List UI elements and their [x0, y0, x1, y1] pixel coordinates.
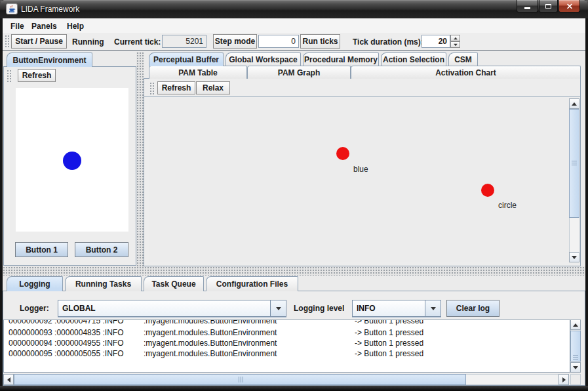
spinner-up-icon — [454, 37, 458, 39]
vertical-splitter[interactable] — [136, 52, 144, 266]
environment-blue-circle — [63, 152, 81, 170]
tab-pam-graph[interactable]: PAM Graph — [247, 66, 351, 79]
toolbar-drag-handle-icon[interactable] — [5, 35, 10, 49]
button-2[interactable]: Button 2 — [75, 242, 128, 257]
tick-duration-label: Tick duration (ms): — [353, 37, 423, 47]
horizontal-splitter[interactable] — [3, 266, 585, 276]
scroll-down-icon — [572, 256, 577, 259]
node-blue-circle — [336, 147, 349, 160]
menu-bar: File Panels Help — [3, 18, 585, 33]
level-combo-arrow[interactable] — [425, 300, 441, 316]
java-cup-icon — [6, 3, 18, 14]
node-circle-label: circle — [498, 201, 517, 210]
scroll-right-icon — [562, 377, 566, 382]
menu-help[interactable]: Help — [63, 20, 88, 32]
level-combo-value: INFO — [353, 304, 425, 313]
tab-button-environment[interactable]: ButtonEnvironment — [7, 52, 92, 67]
graph-scroll-down-button[interactable] — [569, 252, 579, 262]
spinner-down-button[interactable] — [450, 41, 460, 48]
log-scroll-up-button[interactable] — [570, 319, 581, 330]
button-1[interactable]: Button 1 — [15, 242, 68, 257]
scroll-up-icon — [573, 323, 578, 327]
scroll-down-icon — [573, 366, 578, 369]
toolbar-separator — [144, 96, 580, 97]
log-line: 0000000092 :0000004715 :INFO :myagent.mo… — [4, 319, 570, 327]
chevron-down-icon — [276, 307, 281, 310]
run-status-label: Running — [72, 37, 104, 47]
close-button[interactable] — [559, 0, 580, 12]
log-line: 0000000095 :0000005055 :INFO :myagent.mo… — [4, 349, 570, 360]
right-toolbar-drag-handle-icon[interactable] — [149, 82, 155, 94]
title-bar — [0, 0, 588, 18]
chevron-down-icon — [431, 307, 436, 310]
logger-combo[interactable]: GLOBAL — [58, 300, 286, 317]
start-pause-button[interactable]: Start / Pause — [11, 34, 67, 49]
log-hscroll-thumb[interactable] — [14, 374, 466, 385]
scroll-left-icon — [7, 377, 10, 382]
tab-global-workspace[interactable]: Global Workspace — [225, 52, 301, 66]
maximize-button[interactable] — [539, 0, 558, 12]
buffer-refresh-button[interactable]: Refresh — [157, 81, 195, 94]
scroll-up-icon — [572, 102, 577, 106]
maximize-icon — [545, 4, 551, 9]
run-ticks-button[interactable]: Run ticks — [300, 34, 340, 49]
tab-csm[interactable]: CSM — [448, 52, 478, 66]
clear-log-button[interactable]: Clear log — [446, 300, 500, 317]
log-line: 0000000093 :0000004835 :INFO :myagent.mo… — [4, 328, 570, 339]
tab-pam-table[interactable]: PAM Table — [149, 66, 247, 79]
window-title: LIDA Framework — [21, 5, 79, 14]
scrollbar-corner — [570, 374, 581, 385]
tab-perceptual-buffer[interactable]: Perceptual Buffer — [149, 52, 224, 66]
spinner-up-button[interactable] — [450, 35, 460, 41]
log-output[interactable]: 0000000092 :0000004715 :INFO :myagent.mo… — [3, 319, 570, 373]
log-scroll-down-button[interactable] — [570, 362, 581, 373]
logger-combo-arrow[interactable] — [270, 300, 286, 316]
minimize-icon — [524, 7, 530, 9]
minimize-button[interactable] — [517, 0, 538, 12]
tick-duration-spinner — [450, 35, 460, 48]
left-toolbar-drag-handle-icon[interactable] — [7, 70, 12, 82]
close-icon — [566, 3, 573, 9]
current-tick-label: Current tick: — [114, 37, 161, 47]
log-scroll-left-button[interactable] — [3, 374, 14, 385]
menu-file[interactable]: File — [7, 20, 28, 32]
tab-running-tasks[interactable]: Running Tasks — [65, 276, 142, 291]
run-ticks-field[interactable]: 0 — [258, 35, 299, 48]
current-tick-field: 5201 — [162, 35, 206, 48]
window-frame-bottom — [0, 386, 588, 391]
logger-combo-value: GLOBAL — [58, 304, 270, 313]
menu-panels[interactable]: Panels — [28, 20, 61, 32]
tab-task-queue[interactable]: Task Queue — [144, 276, 204, 291]
node-circle-circle — [481, 184, 494, 197]
tab-action-selection[interactable]: Action Selection — [381, 52, 446, 66]
tab-procedural-memory[interactable]: Procedural Memory — [303, 52, 379, 66]
tab-activation-chart[interactable]: Activation Chart — [351, 66, 581, 79]
tick-duration-field[interactable]: 20 — [421, 35, 450, 48]
lida-framework-window: LIDA Framework File Panels Help Start / … — [0, 0, 588, 391]
log-scroll-right-button[interactable] — [559, 374, 569, 385]
node-blue-label: blue — [353, 165, 368, 174]
environment-refresh-button[interactable]: Refresh — [18, 69, 56, 82]
log-vscroll-thumb[interactable] — [570, 331, 581, 361]
buffer-relax-button[interactable]: Relax — [196, 81, 230, 94]
logger-label: Logger: — [20, 304, 49, 313]
graph-vscroll-thumb[interactable] — [569, 109, 579, 218]
tab-configuration-files[interactable]: Configuration Files — [206, 276, 298, 291]
logging-level-label: Logging level — [294, 304, 344, 313]
graph-scroll-up-button[interactable] — [569, 98, 579, 109]
spinner-down-icon — [454, 43, 458, 46]
graph-canvas — [149, 98, 569, 262]
level-combo[interactable]: INFO — [352, 300, 441, 317]
step-mode-button[interactable]: Step mode — [213, 34, 257, 49]
tab-logging[interactable]: Logging — [7, 276, 63, 291]
log-line: 0000000094 :0000004955 :INFO :myagent.mo… — [4, 339, 570, 349]
